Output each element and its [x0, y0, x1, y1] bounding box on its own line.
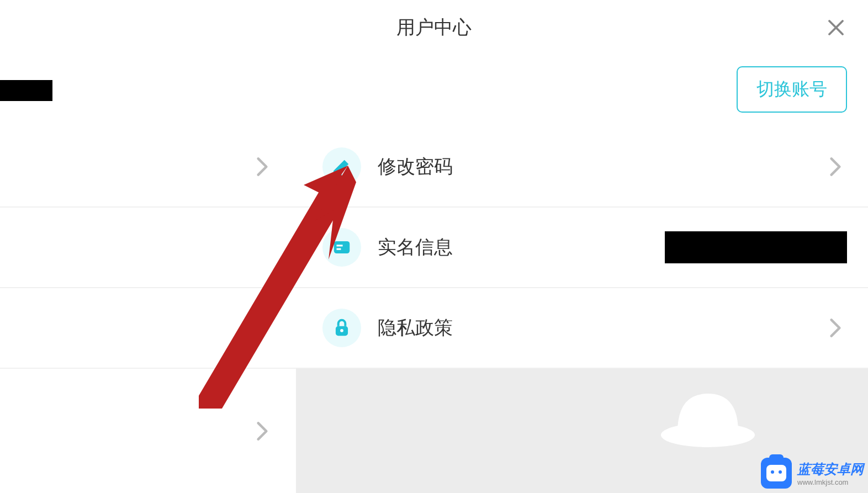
chevron-right-icon: [256, 421, 268, 442]
left-nav-item-4[interactable]: [0, 369, 296, 493]
page-title: 用户中心: [396, 15, 472, 40]
chevron-right-icon: [829, 317, 841, 338]
left-column: [0, 127, 296, 493]
hat-shape-decoration: [658, 383, 758, 449]
menu-label-privacy: 隐私政策: [378, 315, 829, 341]
svg-rect-0: [334, 241, 350, 253]
watermark-name: 蓝莓安卓网: [797, 460, 864, 478]
content-columns: 修改密码 实名信息 隐私政策: [0, 127, 868, 493]
svg-point-4: [340, 329, 343, 332]
chevron-right-icon: [829, 156, 841, 177]
menu-item-change-password[interactable]: 修改密码: [296, 127, 868, 206]
id-card-icon: [322, 228, 361, 267]
left-nav-item-2[interactable]: [0, 208, 296, 287]
right-column: 修改密码 实名信息 隐私政策: [296, 127, 868, 493]
menu-item-real-name[interactable]: 实名信息: [296, 208, 868, 287]
chevron-right-icon: [256, 156, 268, 177]
header: 用户中心: [0, 0, 868, 55]
svg-rect-2: [337, 248, 341, 250]
watermark-text: 蓝莓安卓网 www.lmkjst.com: [797, 460, 864, 486]
lock-icon: [322, 309, 361, 347]
svg-rect-1: [337, 245, 343, 246]
account-bar: 切换账号: [0, 55, 868, 127]
left-nav-item-3[interactable]: [0, 288, 296, 368]
menu-item-privacy[interactable]: 隐私政策: [296, 288, 868, 368]
close-button[interactable]: [825, 18, 847, 40]
left-nav-item-1[interactable]: [0, 127, 296, 206]
menu-label-change-password: 修改密码: [378, 154, 829, 179]
watermark: 蓝莓安卓网 www.lmkjst.com: [761, 458, 864, 489]
edit-icon: [322, 147, 361, 186]
close-icon: [826, 18, 846, 40]
switch-account-button[interactable]: 切换账号: [737, 66, 847, 113]
watermark-logo-icon: [761, 458, 792, 489]
redacted-username: [0, 80, 52, 101]
watermark-url: www.lmkjst.com: [797, 478, 864, 486]
redacted-real-name-value: [665, 231, 847, 263]
